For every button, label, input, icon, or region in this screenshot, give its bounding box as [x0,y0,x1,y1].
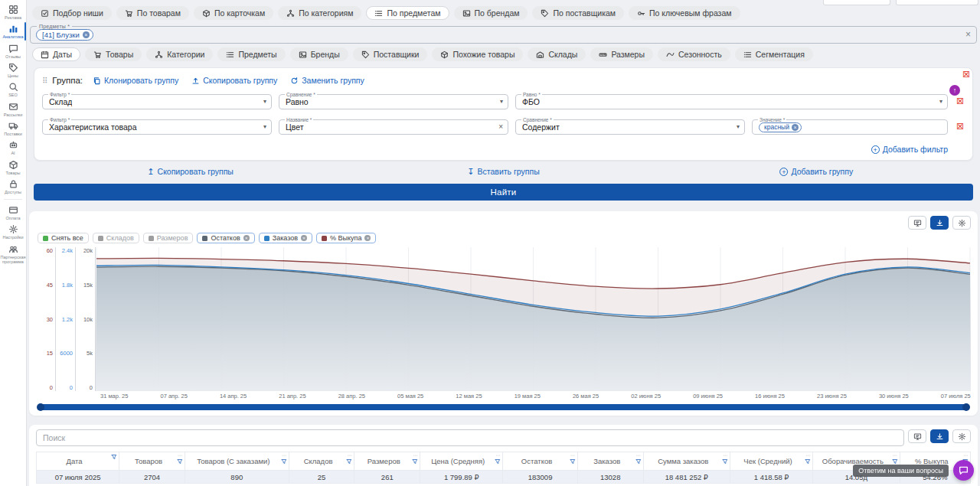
chart-download-button[interactable] [930,216,949,230]
filter-icon[interactable] [412,458,418,465]
col-summa-zakazov[interactable]: Сумма заказов⋯ [643,452,730,471]
mode-po-klyuchevym-frazam[interactable]: По ключевым фразам [629,6,740,20]
column-menu-icon[interactable]: ⋯ [893,454,897,458]
add-group-button[interactable]: +Добавить группу [779,167,853,176]
filter-icon[interactable] [722,458,728,465]
filter-segmentatsiya[interactable]: Сегментация [735,47,813,61]
legend-razmerov[interactable]: Размеров [143,233,194,243]
chat-fab-button[interactable] [953,460,974,481]
legend-ostatkov[interactable]: Остатков× [197,233,254,243]
table-download-button[interactable] [930,429,949,443]
table-row[interactable]: 07 июля 2025 2704 890 25 261 1 799.89 ₽ … [37,471,971,484]
filter-predmety[interactable]: Предметы [217,47,285,61]
chart-range-slider[interactable] [38,404,969,410]
column-menu-icon[interactable]: ⋯ [636,454,641,458]
chip-remove-icon[interactable]: × [792,124,799,131]
legend-skladov[interactable]: Складов [93,233,139,243]
mode-po-tovaram[interactable]: По товарам [116,6,189,20]
filter-icon[interactable] [635,458,642,465]
column-menu-icon[interactable]: ⋯ [723,454,727,458]
col-chek[interactable]: Чек (Средний)⋯ [730,452,812,471]
legend-zakazov[interactable]: Заказов× [259,233,312,243]
table-display-button[interactable] [908,429,926,443]
legend-vykupa[interactable]: % Выкупа× [316,233,376,243]
filter-icon[interactable] [805,458,811,465]
drag-handle-icon[interactable]: ⠿ [42,77,47,85]
column-menu-icon[interactable]: ⋯ [963,454,968,458]
column-menu-icon[interactable]: ⋯ [805,454,810,458]
col-tovarov[interactable]: Товаров⋯ [119,452,185,471]
filter-icon[interactable] [111,454,117,460]
delete-group-icon[interactable]: ⊠ [962,70,970,79]
value-chip[interactable]: красный × [759,122,802,132]
chip-remove-icon[interactable]: × [83,31,90,38]
clear-input-icon[interactable]: × [498,122,503,131]
filter-type-select[interactable]: Фильтр * Характеристика товара ▾ [42,119,272,135]
sidebar-item-tovary[interactable]: Товары [0,158,26,177]
value-chips-field[interactable]: Значение * красный × [752,119,948,135]
slider-track[interactable] [38,404,969,410]
legend-remove-icon[interactable]: × [301,235,307,241]
filter-kategorii[interactable]: Категории [146,47,213,61]
clone-group-button[interactable]: Клонировать группу [93,76,178,85]
search-input[interactable] [36,429,904,446]
characteristic-name-input[interactable]: Название * Цвет × [279,119,508,135]
legend-remove-icon[interactable]: × [364,235,371,241]
mode-po-kategoriyam[interactable]: По категориям [278,6,361,20]
sidebar-item-postavki[interactable]: Поставки [0,119,26,138]
delete-filter-icon[interactable]: ⊠ [956,96,964,106]
delete-filter-icon[interactable]: ⊠ [956,122,964,131]
chart-display-button[interactable] [908,216,926,230]
sidebar-item-nastroyki[interactable]: Настройки [0,222,26,241]
sidebar-item-otzyvy[interactable]: Отзывы [0,41,26,60]
top-control-right[interactable] [896,0,978,5]
legend-remove-icon[interactable]: × [243,235,250,241]
comparison-select[interactable]: Сравнение * Содержит ▾ [515,119,745,135]
filter-postavshchiki[interactable]: Поставщики [353,47,428,61]
sidebar-item-oplata[interactable]: Оплата [0,203,26,222]
sidebar-item-seo[interactable]: SEO [0,80,26,99]
col-skladov[interactable]: Складов⋯ [289,452,354,471]
filter-daty[interactable]: Даты [32,47,80,61]
subjects-clear-icon[interactable]: × [965,30,971,40]
slider-handle-left[interactable] [37,403,44,411]
filter-razmery[interactable]: Размеры [590,47,653,61]
col-zakazov[interactable]: Заказов⋯ [577,452,643,471]
sidebar-item-rassylki[interactable]: Рассылки [0,99,26,119]
legend-deselect-all[interactable]: Снять все [38,233,89,243]
column-menu-icon[interactable]: ⋯ [178,454,182,458]
filter-icon[interactable] [346,458,352,465]
copy-groups-button[interactable]: ↥Скопировать группы [147,167,234,176]
column-menu-icon[interactable]: ⋯ [282,454,286,458]
column-menu-icon[interactable]: ⋯ [348,454,352,458]
find-button[interactable]: Найти [34,184,973,201]
filter-pokhozhie-tovary[interactable]: Похожие товары [432,47,523,61]
sidebar-item-tseny[interactable]: Цены [0,60,26,80]
filter-icon[interactable] [570,458,576,465]
col-razmerov[interactable]: Размеров⋯ [354,452,420,471]
top-control-left[interactable] [823,0,890,5]
filter-icon[interactable] [495,458,501,465]
filter-sezonnost[interactable]: Сезонность [658,47,730,61]
column-menu-icon[interactable]: ⋯ [413,454,417,458]
mode-po-brendam[interactable]: По брендам [454,6,528,20]
subjects-field[interactable]: Предметы * [41] Блузки × × [30,26,977,44]
mode-po-kartochkam[interactable]: По карточкам [194,6,273,20]
filter-icon[interactable] [281,458,287,465]
column-menu-icon[interactable]: ⋯ [496,454,501,458]
sidebar-item-reklama[interactable]: Реклама [0,2,26,21]
mode-po-postavshchikam[interactable]: По поставщикам [532,6,624,20]
comparison-select[interactable]: Сравнение * Равно ▾ [279,94,508,109]
subject-chip[interactable]: [41] Блузки × [36,29,93,41]
filter-type-select[interactable]: Фильтр * Склад ▾ [42,94,272,109]
col-data[interactable]: Дата [37,452,119,471]
column-menu-icon[interactable]: ⋯ [570,454,575,458]
filter-icon[interactable] [177,458,183,465]
sidebar-item-ai[interactable]: AI [0,138,26,157]
col-tovarov-s-zakazami[interactable]: Товаров (С заказами)⋯ [185,452,289,471]
replace-group-button[interactable]: Заменить группу [290,76,364,85]
filter-tovary[interactable]: Товары [85,47,142,61]
filter-sklady[interactable]: Склады [528,47,586,61]
paste-groups-button[interactable]: ↧Вставить группы [467,167,539,176]
mode-po-predmetam[interactable]: По предметам [366,6,449,20]
